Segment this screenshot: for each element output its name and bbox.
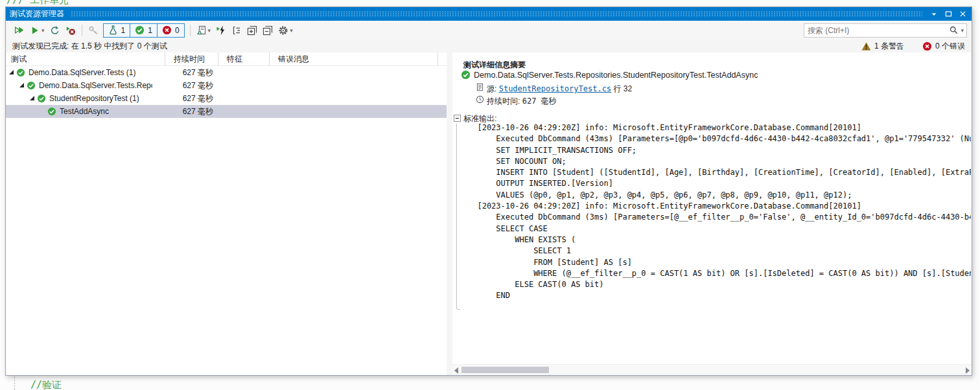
toolbar-separator bbox=[82, 25, 82, 36]
failed-tests-count: 0 bbox=[175, 26, 180, 35]
search-icon[interactable] bbox=[949, 25, 959, 35]
run-icon bbox=[30, 25, 40, 36]
source-file-icon-slot bbox=[476, 83, 484, 91]
panel-splitter[interactable] bbox=[447, 52, 452, 375]
group-by-button[interactable] bbox=[229, 23, 244, 38]
failed-filter-icon bbox=[162, 25, 172, 35]
test-tree: Demo.Data.SqlServer.Tests (1) 627 毫秒 Dem… bbox=[6, 66, 447, 118]
expand-all-icon bbox=[247, 25, 257, 36]
scroll-right-arrow-icon[interactable] bbox=[966, 367, 970, 374]
run-tests-button[interactable]: ▾ bbox=[28, 23, 47, 38]
titlebar[interactable]: 测试资源管理器 bbox=[6, 7, 972, 21]
run-all-icon bbox=[14, 25, 25, 36]
editor-indent-guide bbox=[14, 376, 15, 390]
discovery-status-text: 测试发现已完成: 在 1.5 秒 中找到了 0 个测试 bbox=[12, 41, 167, 52]
flask-icon bbox=[108, 25, 118, 35]
playlist-key-button bbox=[86, 23, 100, 38]
source-label: 源: bbox=[487, 84, 496, 93]
run-dropdown-caret-icon[interactable]: ▾ bbox=[41, 27, 45, 34]
test-tree-row[interactable]: Demo.Data.SqlServer.Tests.Repo... 627 毫秒 bbox=[6, 79, 447, 92]
test-duration-value: 627 毫秒 bbox=[165, 93, 213, 104]
test-tree-row[interactable]: Demo.Data.SqlServer.Tests (1) 627 毫秒 bbox=[6, 66, 447, 79]
playlist-dropdown-caret-icon[interactable]: ▾ bbox=[208, 27, 211, 34]
playlist-icon bbox=[196, 25, 207, 36]
settings-button[interactable]: ▾ bbox=[276, 23, 295, 38]
key-icon bbox=[88, 25, 99, 36]
horizontal-scrollbar[interactable] bbox=[452, 364, 972, 375]
passed-filter-icon bbox=[135, 25, 145, 35]
search-options-caret-icon[interactable]: ▾ bbox=[961, 27, 964, 34]
filter-passed-tests-button[interactable]: 1 bbox=[130, 23, 158, 38]
cancel-run-button[interactable] bbox=[64, 23, 78, 38]
column-header-test[interactable]: 测试 bbox=[6, 52, 165, 65]
scroll-left-arrow-icon[interactable] bbox=[454, 367, 458, 374]
column-header-traits[interactable]: 特征 bbox=[218, 52, 270, 65]
run-all-tests-button[interactable] bbox=[12, 23, 27, 38]
collapse-all-button[interactable] bbox=[261, 23, 275, 38]
search-input[interactable] bbox=[804, 26, 949, 35]
tree-expander-icon[interactable] bbox=[8, 69, 15, 76]
test-passed-icon bbox=[461, 70, 471, 80]
filter-failed-tests-button[interactable]: 0 bbox=[157, 23, 185, 38]
warnings-badge[interactable]: 1 条警告 bbox=[861, 41, 904, 52]
repeat-last-run-button[interactable] bbox=[48, 23, 62, 38]
duration-value: 627 毫秒 bbox=[522, 97, 557, 106]
close-icon bbox=[959, 10, 967, 18]
expand-all-button[interactable] bbox=[245, 23, 259, 38]
test-name-label: Demo.Data.SqlServer.Tests (1) bbox=[29, 68, 135, 77]
test-duration-value: 627 毫秒 bbox=[165, 67, 213, 78]
screen: /// 工作单元 //验证 测试资源管理器 bbox=[0, 0, 980, 390]
test-name-label: Demo.Data.SqlServer.Tests.Repo... bbox=[39, 81, 152, 90]
source-line-number: 行 32 bbox=[613, 84, 632, 93]
toolbar: ▾ bbox=[6, 21, 972, 40]
group-by-icon bbox=[231, 25, 242, 36]
toolbar-separator bbox=[190, 25, 191, 36]
details-passed-icon-slot bbox=[461, 70, 471, 80]
tree-expander-icon[interactable] bbox=[29, 95, 36, 102]
details-test-name: Demo.Data.SqlServer.Tests.Repositories.S… bbox=[474, 71, 758, 80]
search-box[interactable]: ▾ bbox=[804, 23, 967, 38]
duration-row: 持续时间: 627 毫秒 bbox=[487, 96, 557, 107]
float-window-icon bbox=[944, 10, 953, 18]
cancel-run-icon bbox=[65, 25, 76, 36]
column-header-duration[interactable]: 持续时间 bbox=[165, 52, 218, 65]
test-passed-icon bbox=[37, 94, 46, 103]
window-position-menu-button[interactable] bbox=[929, 9, 939, 19]
test-name-label: StudentRepositoryTest (1) bbox=[49, 94, 139, 103]
stdout-outline-guide bbox=[456, 124, 457, 309]
scrollbar-thumb[interactable] bbox=[461, 367, 549, 373]
run-after-build-button[interactable] bbox=[214, 23, 228, 38]
result-filter-group: 1 1 0 bbox=[103, 23, 185, 38]
total-tests-count: 1 bbox=[121, 26, 126, 35]
chevron-down-icon bbox=[930, 10, 938, 18]
source-row: 源: StudentRepositoryTest.cs 行 32 bbox=[487, 84, 632, 95]
background-code-top: /// 工作单元 bbox=[6, 0, 69, 6]
repeat-run-icon bbox=[50, 25, 60, 36]
tree-expander-icon[interactable] bbox=[19, 82, 25, 89]
float-window-button[interactable] bbox=[943, 9, 953, 19]
collapse-all-icon bbox=[262, 25, 273, 36]
background-code-bottom: //验证 bbox=[30, 379, 62, 390]
settings-gear-icon bbox=[278, 25, 288, 36]
error-circle-icon bbox=[922, 41, 932, 51]
column-header-error-message[interactable]: 错误消息 bbox=[270, 52, 438, 65]
test-passed-icon bbox=[16, 68, 25, 77]
duration-icon-slot bbox=[476, 95, 484, 104]
source-file-link[interactable]: StudentRepositoryTest.cs bbox=[499, 84, 611, 93]
test-name-label: TestAddAsync bbox=[60, 107, 109, 116]
filter-total-tests-button[interactable]: 1 bbox=[103, 23, 131, 38]
errors-count-text: 0 个错误 bbox=[935, 41, 965, 52]
warnings-count-text: 1 条警告 bbox=[874, 41, 904, 52]
test-tree-row[interactable]: TestAddAsync 627 毫秒 bbox=[6, 105, 447, 118]
playlist-button[interactable]: ▾ bbox=[194, 23, 213, 38]
settings-dropdown-caret-icon[interactable]: ▾ bbox=[290, 27, 293, 34]
close-window-button[interactable] bbox=[957, 9, 968, 19]
document-icon bbox=[476, 83, 484, 91]
errors-badge[interactable]: 0 个错误 bbox=[922, 41, 965, 52]
test-duration-value: 627 毫秒 bbox=[165, 106, 213, 117]
titlebar-grip[interactable] bbox=[71, 11, 922, 17]
clock-icon bbox=[476, 95, 484, 104]
test-tree-row[interactable]: StudentRepositoryTest (1) 627 毫秒 bbox=[6, 92, 447, 105]
status-row: 测试发现已完成: 在 1.5 秒 中找到了 0 个测试 1 条警告 0 个 bbox=[6, 40, 972, 52]
stdout-collapse-toggle[interactable] bbox=[454, 115, 461, 122]
